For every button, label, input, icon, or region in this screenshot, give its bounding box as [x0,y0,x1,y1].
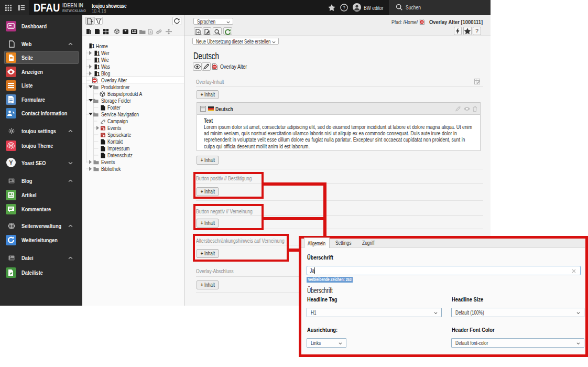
svg-text:1: 1 [92,43,94,49]
svg-text:1: 1 [97,57,100,63]
svg-text:1: 1 [97,71,100,77]
svg-text:1: 1 [97,50,100,56]
svg-text:Y: Y [9,159,13,166]
svg-text:1: 1 [97,64,100,70]
svg-text:?: ? [343,5,345,10]
